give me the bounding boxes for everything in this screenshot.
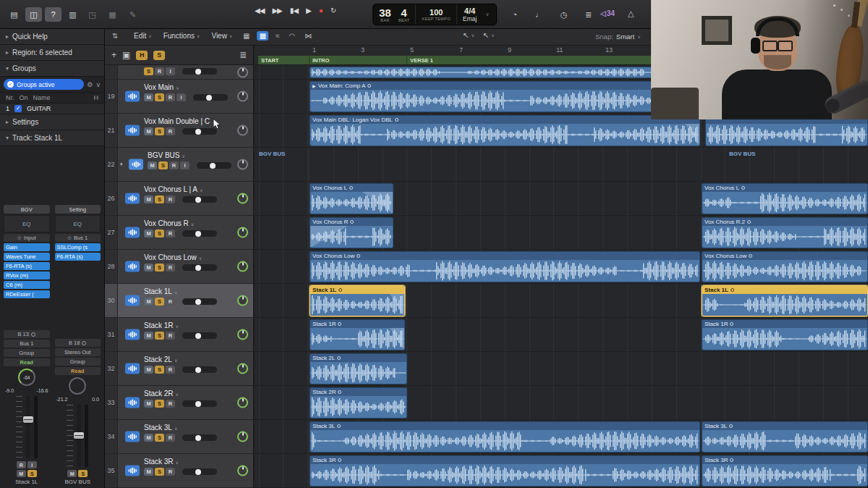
track-sort-icon[interactable]: ≣ bbox=[239, 50, 247, 60]
duplicate-track-button[interactable]: ▣ bbox=[122, 50, 130, 60]
region-vox-chorus-low[interactable]: Vox Chorus Low bbox=[310, 251, 700, 282]
region-stack-1r[interactable]: Stack 1R bbox=[310, 319, 405, 350]
track-header-33-stack-2r[interactable]: 33Stack 2R∨MSR bbox=[105, 386, 253, 420]
volume-fader[interactable] bbox=[4, 395, 50, 460]
solo-button[interactable]: S bbox=[155, 366, 164, 374]
go-to-start-button[interactable]: ▮◀ bbox=[290, 7, 298, 14]
input-slot[interactable]: ⊙ Input bbox=[4, 234, 50, 242]
volume-slider[interactable] bbox=[182, 128, 217, 135]
record-enable-button[interactable]: R bbox=[166, 400, 175, 408]
slider-knob[interactable] bbox=[195, 231, 201, 237]
mute-button[interactable]: M bbox=[144, 366, 153, 374]
solo-mini-button[interactable]: S bbox=[78, 470, 88, 477]
snap-control[interactable]: Snap: Smart ∨ bbox=[595, 33, 641, 41]
region-stack-3r[interactable]: Stack 3R bbox=[702, 455, 868, 487]
output-slot[interactable]: Bus 1 bbox=[4, 340, 50, 348]
track-section[interactable]: ▾ Track: Stack 1L bbox=[0, 130, 104, 146]
eq-thumbnail[interactable]: EQ bbox=[4, 215, 50, 232]
region-vox-main-dbl-logan-vox-dbl[interactable]: Vox Main DBL: Logan Vox DBL bbox=[310, 115, 700, 146]
quick-help-toggle-icon[interactable]: ? bbox=[45, 7, 61, 22]
left-click-tool[interactable]: ↖∨ bbox=[463, 31, 475, 39]
region-stack-2r[interactable]: Stack 2R bbox=[310, 387, 407, 418]
plugin-slot-c6-m[interactable]: C6 (m) bbox=[4, 281, 50, 289]
record-enable-button[interactable]: R bbox=[166, 332, 175, 340]
pan-knob[interactable] bbox=[237, 125, 248, 136]
record-enable-button[interactable]: R bbox=[169, 161, 179, 169]
solo-mini-button[interactable]: S bbox=[27, 470, 37, 477]
record-mini-button[interactable]: R bbox=[17, 461, 26, 468]
groups-active-toggle[interactable]: ✓ Groups active bbox=[4, 79, 84, 90]
slider-knob[interactable] bbox=[195, 469, 201, 475]
plugin-slot-gain[interactable]: Gain bbox=[4, 243, 50, 251]
pan-knob[interactable] bbox=[237, 261, 248, 272]
solo-button[interactable]: S bbox=[155, 468, 164, 476]
input-mini-button[interactable]: I bbox=[27, 461, 37, 468]
fader-cap[interactable] bbox=[23, 416, 33, 423]
send-knob-icon[interactable] bbox=[31, 332, 35, 337]
pan-knob[interactable] bbox=[237, 295, 248, 306]
solo-button[interactable]: S bbox=[155, 434, 164, 442]
solo-button[interactable]: S bbox=[155, 230, 164, 237]
slider-knob[interactable] bbox=[195, 197, 201, 203]
arrange-area[interactable]: ▶Vox Main: Comp AVox Main DBL: Logan Vox… bbox=[255, 65, 868, 488]
solo-button[interactable]: S bbox=[155, 127, 164, 135]
solo-button[interactable]: S bbox=[155, 93, 164, 101]
pan-knob[interactable] bbox=[237, 466, 248, 476]
strip-setting-button[interactable]: Setting bbox=[55, 205, 101, 214]
slider-knob[interactable] bbox=[195, 367, 201, 373]
plugin-slot-sslcomp-s[interactable]: SSLComp (s bbox=[55, 243, 101, 251]
record-button[interactable]: ● bbox=[319, 7, 323, 14]
volume-slider[interactable] bbox=[193, 94, 228, 101]
solo-tracks-button[interactable]: S bbox=[153, 51, 165, 60]
forward-button[interactable]: ▶▶ bbox=[272, 7, 281, 14]
track-header-22-bgv-bus[interactable]: 22▾BGV BUS∨MSRI bbox=[105, 148, 253, 182]
slider-knob[interactable] bbox=[195, 265, 201, 271]
slider-knob[interactable] bbox=[195, 69, 201, 75]
pan-knob[interactable] bbox=[237, 227, 248, 238]
track-header-21-vox-main-double-c[interactable]: 21Vox Main Double | C∨MSR bbox=[105, 114, 253, 148]
mute-button[interactable]: M bbox=[144, 195, 153, 203]
groups-section[interactable]: ▾ Groups bbox=[0, 61, 104, 77]
slider-knob[interactable] bbox=[195, 299, 201, 305]
pan-knob[interactable] bbox=[237, 193, 248, 204]
send-slot[interactable]: B 13 bbox=[4, 330, 50, 338]
record-enable-button[interactable]: R bbox=[166, 195, 175, 203]
mixer-icon[interactable]: ▦ bbox=[104, 7, 121, 22]
lane-31[interactable]: Stack 1RStack 1R bbox=[255, 318, 868, 352]
send-slot[interactable]: B 18 bbox=[55, 339, 101, 347]
disclosure-icon[interactable]: ▾ bbox=[120, 161, 123, 167]
record-enable-button[interactable]: R bbox=[166, 298, 175, 306]
play-button[interactable]: ▶ bbox=[306, 7, 311, 14]
region-stack-1l[interactable]: Stack 1L bbox=[310, 285, 405, 316]
solo-button[interactable]: S bbox=[155, 195, 164, 203]
volume-slider[interactable] bbox=[182, 196, 217, 203]
volume-slider[interactable] bbox=[182, 298, 217, 305]
volume-slider[interactable] bbox=[182, 230, 217, 237]
track-header-30-stack-1l[interactable]: 30Stack 1L∨MSR bbox=[105, 284, 253, 318]
section-marker-start[interactable]: START bbox=[258, 56, 310, 64]
region-stack-3l[interactable]: Stack 3L bbox=[702, 421, 868, 453]
region-stack-3l[interactable]: Stack 3L bbox=[310, 421, 700, 453]
lane-30[interactable]: Stack 1LStack 1L bbox=[255, 284, 868, 318]
region-vox-chorus-l[interactable]: Vox Chorus L bbox=[702, 183, 868, 214]
solo-button[interactable]: S bbox=[155, 298, 164, 306]
pan-knob[interactable] bbox=[237, 91, 248, 102]
plugin-slot-rdeesser[interactable]: RDeEsser ( bbox=[4, 290, 50, 298]
region-vox-chorus-r[interactable]: Vox Chorus R bbox=[310, 217, 393, 248]
mute-button[interactable]: M bbox=[144, 332, 153, 340]
lane-22[interactable]: BGV BUSBGV BUS bbox=[255, 148, 868, 182]
lcd-display[interactable]: 38 BAR 4 BEAT 100 KEEP TEMPO 4/4 Emaj ∨ bbox=[373, 4, 497, 25]
region-vox-chorus-r-2[interactable]: Vox Chorus R.2 bbox=[702, 217, 868, 248]
volume-slider[interactable] bbox=[182, 366, 217, 373]
group-slot[interactable]: Group bbox=[55, 358, 101, 366]
smart-controls-icon[interactable]: ◳ bbox=[84, 7, 101, 22]
chevron-down-icon[interactable]: ∨ bbox=[95, 81, 101, 88]
pan-knob[interactable] bbox=[237, 159, 248, 170]
record-enable-button[interactable]: R bbox=[166, 264, 175, 272]
track-header-19-vox-main[interactable]: 19Vox Main∨MSRI bbox=[105, 80, 253, 114]
flex-icon[interactable]: ≈ bbox=[273, 31, 282, 41]
record-enable-button[interactable]: R bbox=[166, 366, 175, 374]
lane-32[interactable]: Stack 2L bbox=[255, 352, 868, 386]
volume-slider[interactable] bbox=[182, 434, 217, 441]
region-clip[interactable] bbox=[310, 67, 655, 78]
